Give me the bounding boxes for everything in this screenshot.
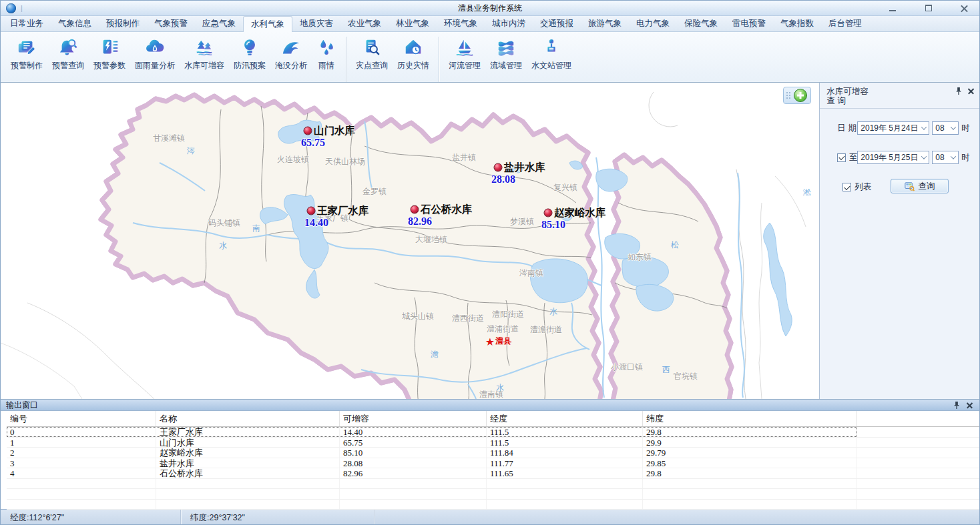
reservoir-value-label: 82.96	[408, 215, 432, 227]
column-header[interactable]: 可增容	[340, 411, 487, 426]
basin-manage-icon	[496, 37, 516, 57]
reservoir-marker[interactable]	[307, 207, 316, 215]
table-row-empty	[7, 479, 979, 490]
menu-tab-15[interactable]: 保险气象	[677, 16, 725, 31]
table-row[interactable]: 4石公桥水库82.96111.6529.8	[7, 468, 979, 479]
longitude-status: 经度:112°6'27"	[1, 510, 181, 525]
tool-area-rain[interactable]: 面雨量分析	[130, 37, 180, 72]
tool-hydro-station[interactable]: 水文站管理	[527, 37, 576, 72]
tool-flood-plan[interactable]: 防汛预案	[229, 37, 270, 72]
hour-to-select[interactable]: 08	[932, 151, 959, 164]
date-to-select[interactable]: 2019年 5月25日	[857, 151, 929, 164]
menu-tab-2[interactable]: 气象信息	[51, 16, 99, 31]
table-cell: 29.9	[643, 438, 857, 448]
tool-reservoir-capacity[interactable]: 水库可增容	[180, 37, 229, 72]
river-name-label: 南	[252, 223, 260, 234]
town-label: 澧阳街道	[492, 309, 524, 320]
town-label: 码头铺镇	[208, 217, 240, 229]
table-row[interactable]: 2赵家峪水库85.10111.8429.79	[7, 448, 979, 458]
tool-disaster-query[interactable]: 灾点查询	[351, 37, 393, 72]
hour-from-select[interactable]: 08	[932, 121, 959, 135]
table-cell-filler	[857, 448, 979, 458]
table-cell: 29.8	[643, 427, 857, 437]
minimize-icon[interactable]	[889, 5, 897, 12]
add-layer-icon[interactable]	[794, 89, 807, 102]
app-window: | 澧县业务制作系统 日常业务气象信息预报制作气象预警应急气象水利气象地质灾害农…	[0, 0, 980, 525]
query-button[interactable]: 查询	[891, 179, 949, 193]
tool-submerge-analysis[interactable]: 淹没分析	[270, 37, 312, 72]
table-cell: 29.79	[643, 448, 857, 458]
menu-tab-11[interactable]: 城市内涝	[485, 16, 533, 31]
table-row[interactable]: 0王家厂水库14.40111.529.8	[7, 427, 979, 438]
table-cell: 王家厂水库	[156, 427, 340, 437]
menu-tab-5[interactable]: 应急气象	[195, 16, 243, 31]
town-label: 天供山林场	[325, 156, 365, 167]
column-header[interactable]: 编号	[7, 411, 156, 426]
tool-basin-manage[interactable]: 流域管理	[485, 37, 527, 72]
tool-warning-query[interactable]: 预警查询	[47, 37, 89, 72]
menu-tab-13[interactable]: 旅游气象	[581, 16, 629, 31]
river-name-label: 水	[496, 382, 504, 394]
town-label: 官垸镇	[674, 371, 698, 382]
pin-icon[interactable]	[955, 87, 962, 95]
map-canvas[interactable]: 甘溪滩镇火连坡镇天供山林场金罗镇盐井镇复兴镇梦溪镇码头铺镇王家厂镇大堰垱镇涔南镇…	[1, 83, 819, 399]
list-checkbox[interactable]	[842, 183, 851, 191]
column-header-filler	[857, 411, 979, 426]
town-label: 金罗镇	[362, 186, 387, 197]
tool-rain-info[interactable]: 雨情	[312, 37, 341, 72]
reservoir-marker[interactable]	[411, 205, 419, 214]
menu-tab-1[interactable]: 日常业务	[3, 16, 51, 31]
table-header-row: 编号名称可增容经度纬度	[7, 411, 979, 427]
maximize-icon[interactable]	[925, 5, 933, 12]
menu-tab-14[interactable]: 电力气象	[629, 16, 677, 31]
menu-tab-6[interactable]: 水利气象	[243, 16, 292, 32]
menu-tab-10[interactable]: 环境气象	[437, 16, 485, 31]
county-seat-label: 澧县	[495, 336, 511, 347]
reservoir-value-label: 65.75	[301, 137, 325, 149]
tool-disaster-history[interactable]: 历史灾情	[393, 37, 434, 72]
panel-close-icon[interactable]	[968, 88, 974, 94]
window-title: 澧县业务制作系统	[458, 3, 522, 14]
drag-grip-icon[interactable]	[786, 92, 791, 99]
menu-tab-17[interactable]: 气象指数	[773, 16, 821, 31]
table-row[interactable]: 1山门水库65.75111.529.9	[7, 438, 979, 448]
menu-tab-3[interactable]: 预报制作	[99, 16, 147, 31]
close-icon[interactable]	[961, 5, 969, 12]
date-from-select[interactable]: 2019年 5月24日	[857, 121, 929, 135]
menu-tab-4[interactable]: 气象预警	[147, 16, 195, 31]
reservoir-value-label: 14.40	[304, 217, 328, 229]
status-bar: 经度:112°6'27" 纬度:29°37'32"	[1, 509, 979, 525]
column-header[interactable]: 名称	[156, 411, 340, 426]
reservoir-marker[interactable]	[304, 127, 312, 135]
menu-tab-9[interactable]: 林业气象	[389, 16, 437, 31]
menu-tab-12[interactable]: 交通预报	[533, 16, 581, 31]
hour-unit-label: 时	[961, 152, 970, 163]
reservoir-value-label: 28.08	[491, 173, 515, 185]
column-header[interactable]: 纬度	[643, 411, 857, 426]
river-name-label: 水	[549, 306, 557, 318]
toolbar-separator	[346, 37, 346, 82]
reservoir-name-label: 王家厂水库	[317, 204, 369, 218]
output-title: 输出窗口	[6, 400, 38, 411]
tool-warning-params[interactable]: 预警参数	[89, 37, 130, 72]
menu-tab-8[interactable]: 农业气象	[340, 16, 389, 31]
table-cell: 28.08	[340, 458, 487, 468]
menu-tab-7[interactable]: 地质灾害	[292, 16, 340, 31]
menu-tab-16[interactable]: 雷电预警	[725, 16, 773, 31]
tool-river-manage[interactable]: 河流管理	[444, 37, 485, 72]
reservoir-marker[interactable]	[544, 209, 553, 217]
reservoir-marker[interactable]	[494, 163, 503, 172]
pin-icon[interactable]	[953, 401, 960, 410]
table-row[interactable]: 3盐井水库28.08111.7729.85	[7, 458, 979, 469]
output-close-icon[interactable]	[967, 402, 973, 408]
latitude-status: 纬度:29°37'32"	[181, 510, 375, 525]
hydro-station-icon	[541, 37, 561, 57]
chevron-down-icon	[951, 124, 956, 129]
river-name-label: 淞	[803, 187, 811, 198]
map-tool-popup	[783, 87, 811, 104]
tool-warning-make[interactable]: 预警制作	[6, 37, 47, 72]
menu-tab-18[interactable]: 后台管理	[821, 16, 869, 31]
town-label: 甘溪滩镇	[153, 133, 185, 144]
to-date-checkbox[interactable]	[837, 153, 846, 162]
column-header[interactable]: 经度	[487, 411, 643, 426]
